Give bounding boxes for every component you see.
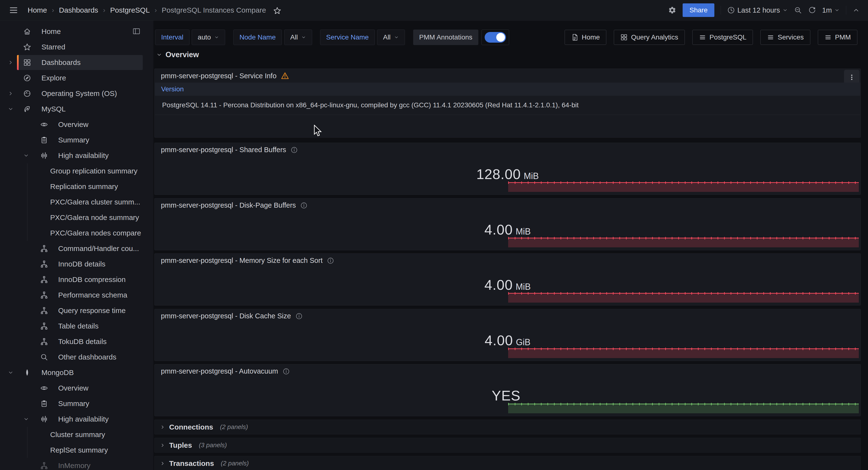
section-row-tuples[interactable]: Tuples (3 panels) [154,438,861,452]
panel-title[interactable]: pmm-server-postgresql - Disk-Page Buffer… [161,201,308,209]
link-home-button[interactable]: Home [565,30,607,45]
panel-disk-page-buffers: pmm-server-postgresql - Disk-Page Buffer… [154,198,861,250]
dashboard-settings-button[interactable] [668,6,676,14]
node-name-label[interactable]: Node Name [234,30,282,45]
sidebar-item-other-dashboards[interactable]: Other dashboards [0,349,153,365]
pmm-annotations-toggle[interactable] [485,32,506,43]
chevron-down-icon [8,370,13,376]
sidebar-item-query-response-time[interactable]: Query response time [0,303,153,318]
breadcrumb-home[interactable]: Home [28,6,47,14]
sidebar-item-mysql-summary[interactable]: Summary [0,132,153,148]
section-row-overview[interactable]: Overview [156,51,199,59]
favorite-star-icon[interactable] [273,6,281,14]
breadcrumb-postgresql[interactable]: PostgreSQL [110,6,150,14]
time-range-label: Last 12 hours [737,6,780,14]
panel-shared-buffers: pmm-server-postgresql - Shared Buffers 1… [154,143,861,195]
pmm-annotations-toggle-box [482,30,509,45]
zoom-out-time-button[interactable] [794,6,802,14]
sidebar-item-starred[interactable]: Starred [0,39,153,55]
panel-title[interactable]: pmm-server-postgresql - Memory Size for … [161,256,334,264]
sidebar-item-table-details[interactable]: Table details [0,318,153,334]
sidebar-item-pxc-galera-cluster-summary[interactable]: PXC/Galera cluster summ... [0,194,153,210]
chevron-down-icon [8,106,13,112]
service-name-select[interactable]: All [377,30,405,45]
table-row: PostgreSQL 14.11 - Percona Distribution … [155,96,860,115]
table-header-row: Version [155,83,860,96]
document-icon [571,34,579,41]
panel-memory-size-for-each-sort: pmm-server-postgresql - Memory Size for … [154,253,861,306]
panel-title[interactable]: pmm-server-postgresql - Autovacuum [161,367,290,375]
list-icon [825,34,832,41]
sidebar-item-mysql-overview[interactable]: Overview [0,117,153,132]
variable-toolbar: Interval auto Node Name All Service Name… [155,30,509,45]
sidebar-item-pxc-galera-nodes-compare[interactable]: PXC/Galera nodes compare [0,225,153,241]
collapse-sidebar-icon[interactable] [132,27,141,35]
panel-title[interactable]: pmm-server-postgresql - Service Info [161,72,289,80]
node-name-select[interactable]: All [284,30,312,45]
sidebar-item-inmemory[interactable]: InMemory [0,458,153,470]
sidebar-item-replication-summary[interactable]: Replication summary [0,179,153,194]
sidebar-item-mysql-high-availability[interactable]: High availability [0,148,153,163]
panel-autovacuum: pmm-server-postgresql - Autovacuum YES [154,364,861,416]
sidebar-item-mongodb[interactable]: MongoDB [0,365,153,380]
stat-value: 128.00MiB [476,166,539,182]
service-name-label[interactable]: Service Name [320,30,375,45]
top-bar: Home › Dashboards › PostgreSQL › Postgre… [0,0,868,21]
sidebar-item-performance-schema[interactable]: Performance schema [0,287,153,303]
link-services-button[interactable]: Services [761,30,810,45]
sidebar-item-tokudb-details[interactable]: TokuDB details [0,334,153,349]
breadcrumb-current-page: PostgreSQL Instances Compare [162,6,266,14]
sidebar-item-mongodb-overview[interactable]: Overview [0,380,153,396]
sidebar-item-cluster-summary[interactable]: Cluster summary [0,427,153,442]
link-postgresql-button[interactable]: PostgreSQL [692,30,753,45]
sidebar-item-innodb-details[interactable]: InnoDB details [0,256,153,272]
share-button[interactable]: Share [683,3,714,17]
list-icon [767,34,774,41]
sidebar-item-pxc-galera-node-summary[interactable]: PXC/Galera node summary [0,210,153,225]
panel-title[interactable]: pmm-server-postgresql - Disk Cache Size [161,312,303,320]
sidebar-item-operating-system[interactable]: Operating System (OS) [0,86,153,101]
interval-select[interactable]: auto [192,30,225,45]
interval-label[interactable]: Interval [155,30,189,45]
apps-icon [620,34,628,41]
sparkline [508,348,859,358]
kebab-icon [848,74,856,81]
chevron-right-icon [8,91,13,96]
section-row-connections[interactable]: Connections (2 panels) [154,419,861,434]
dashboard-content: Interval auto Node Name All Service Name… [153,20,868,470]
sidebar-item-explore[interactable]: Explore [0,70,153,86]
info-icon[interactable] [290,146,298,154]
chevron-down-icon [23,153,29,158]
time-range-picker[interactable]: Last 12 hours [727,6,788,14]
sidebar-item-replset-summary[interactable]: ReplSet summary [0,442,153,458]
chevron-down-icon [782,7,788,13]
link-pmm-button[interactable]: PMM [818,30,857,45]
sidebar-item-mongodb-high-availability[interactable]: High availability [0,411,153,427]
sidebar-item-mysql[interactable]: MySQL [0,101,153,117]
breadcrumb-separator: › [52,6,54,14]
breadcrumb-separator: › [155,6,157,14]
menu-toggle-icon[interactable] [9,5,20,15]
collapse-topbar-button[interactable] [852,6,860,14]
refresh-interval-picker[interactable]: 1m [822,6,840,14]
info-icon[interactable] [296,313,303,320]
sidebar-item-innodb-compression[interactable]: InnoDB compression [0,272,153,287]
sidebar-item-mongodb-summary[interactable]: Summary [0,396,153,411]
clock-icon [727,6,735,14]
column-header-version[interactable]: Version [161,85,184,93]
refresh-button[interactable] [808,6,816,14]
info-icon[interactable] [283,368,290,375]
sidebar-item-command-handler-counters[interactable]: Command/Handler cou... [0,241,153,256]
breadcrumb-dashboards[interactable]: Dashboards [59,6,98,14]
info-icon[interactable] [300,202,308,209]
sidebar-item-group-replication-summary[interactable]: Group replication summary [0,163,153,179]
section-row-transactions[interactable]: Transactions (2 panels) [154,456,861,470]
info-icon[interactable] [327,257,334,264]
list-icon [699,34,706,41]
stat-value: 4.00MiB [485,221,531,238]
sidebar-item-home[interactable]: Home [0,24,153,39]
link-query-analytics-button[interactable]: Query Analytics [614,30,685,45]
sidebar-item-dashboards[interactable]: Dashboards [0,55,153,70]
panel-title[interactable]: pmm-server-postgresql - Shared Buffers [161,146,298,154]
stat-value: 4.00MiB [485,277,531,293]
